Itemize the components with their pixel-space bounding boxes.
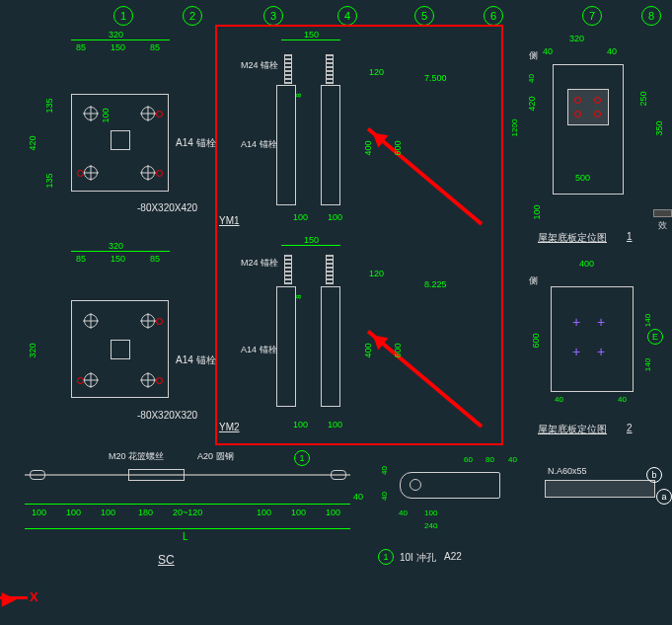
plus-icon: + bbox=[597, 344, 605, 359]
dim: 320 bbox=[569, 34, 584, 43]
dim: 100 bbox=[32, 508, 46, 517]
dim: 150 bbox=[111, 254, 125, 264]
dim: 20~120 bbox=[173, 508, 202, 517]
dim: 100 bbox=[532, 204, 542, 219]
grid-bubble-3: 3 bbox=[263, 6, 283, 26]
plate-a-anno: A14 锚栓 bbox=[176, 136, 216, 150]
dim-line bbox=[281, 245, 340, 246]
dim: 8 bbox=[294, 294, 303, 298]
dim: 600 bbox=[393, 140, 403, 155]
dim: 250 bbox=[638, 91, 648, 106]
ym2-channel-r bbox=[321, 286, 340, 407]
corner-tag: N.A60x55 bbox=[548, 466, 587, 476]
bolt-dot bbox=[594, 111, 601, 117]
plan1-tag: 侧 bbox=[529, 49, 538, 62]
ucs-x-label: X bbox=[30, 589, 38, 604]
grid-bubble-4: 4 bbox=[337, 6, 357, 26]
dim: 40 bbox=[508, 455, 517, 464]
mark-e: E bbox=[647, 329, 663, 345]
dim-line bbox=[71, 39, 170, 40]
dim: 40 bbox=[380, 466, 389, 475]
plan1-num: 1 bbox=[627, 231, 633, 242]
corner-a: a bbox=[656, 489, 672, 505]
detail-sub: A22 bbox=[444, 551, 462, 562]
dim: 320 bbox=[109, 30, 123, 39]
dim-line bbox=[281, 39, 340, 40]
plus-icon: + bbox=[597, 314, 605, 330]
bolt-hole bbox=[141, 107, 155, 120]
plan1-hatch bbox=[567, 89, 609, 125]
dim: 135 bbox=[44, 173, 54, 188]
anchor-dot bbox=[156, 111, 163, 117]
dim: 150 bbox=[111, 42, 125, 52]
anchor-dot bbox=[77, 170, 84, 177]
dim: 120 bbox=[369, 269, 384, 278]
dim: 100 bbox=[326, 508, 340, 517]
dim: 120 bbox=[369, 67, 384, 77]
plus-icon: + bbox=[572, 344, 580, 359]
sc-L: L bbox=[183, 531, 188, 542]
dim: 85 bbox=[150, 254, 160, 264]
dim: 100 bbox=[293, 212, 308, 222]
dim-line bbox=[25, 528, 350, 529]
ym2-channel-l bbox=[276, 286, 296, 407]
bolt-hole bbox=[84, 107, 98, 120]
side-tab[interactable]: 效 bbox=[653, 209, 672, 217]
dim: 85 bbox=[150, 42, 160, 52]
dim: 420 bbox=[527, 96, 537, 111]
clevis-l bbox=[30, 470, 45, 480]
dim: 350 bbox=[654, 120, 664, 135]
anchor-rod bbox=[326, 255, 334, 284]
plan2-tag: 侧 bbox=[529, 274, 538, 287]
clevis-r bbox=[331, 470, 346, 480]
anchor-dot bbox=[77, 377, 84, 384]
dim-line bbox=[71, 251, 170, 252]
dim: 40 bbox=[353, 492, 363, 502]
dim: 150 bbox=[304, 235, 319, 245]
sc-title: SC bbox=[158, 553, 175, 567]
anchor-dot bbox=[156, 377, 163, 384]
sc-bolt: M20 花篮螺丝 bbox=[109, 450, 164, 463]
grid-bubble-2: 2 bbox=[183, 6, 202, 26]
dim: 100 bbox=[66, 508, 81, 517]
plate-b-anno: A14 锚栓 bbox=[176, 353, 216, 367]
plan1-title: 屋架底板定位图 bbox=[538, 231, 607, 245]
ym2-anchor: A14 锚栓 bbox=[241, 344, 277, 356]
dim: 320 bbox=[109, 241, 123, 251]
plan2-num: 2 bbox=[627, 423, 633, 433]
sc-rod: A20 圆钢 bbox=[197, 450, 234, 463]
cad-canvas[interactable]: 1 2 3 4 5 6 7 8 320 85 150 85 135 420 13… bbox=[0, 0, 672, 625]
dim: 100 bbox=[328, 212, 342, 222]
plan2-title: 屋架底板定位图 bbox=[538, 423, 607, 436]
dim: 400 bbox=[363, 343, 373, 357]
ym1-bolt: M24 锚栓 bbox=[241, 59, 278, 72]
grid-bubble-7: 7 bbox=[582, 6, 602, 26]
dim: 100 bbox=[424, 508, 437, 517]
plate-a-center bbox=[111, 130, 130, 150]
dim: 80 bbox=[485, 455, 494, 464]
dim: 135 bbox=[44, 98, 54, 113]
dim: 40 bbox=[380, 492, 389, 501]
bolt-hole bbox=[141, 314, 155, 328]
dim: 600 bbox=[531, 333, 541, 348]
corner-bar bbox=[545, 480, 655, 498]
plan2-outer bbox=[551, 286, 634, 392]
dim: 40 bbox=[527, 74, 536, 83]
bolt-dot bbox=[594, 97, 601, 104]
dim: 600 bbox=[393, 343, 403, 357]
dim: 40 bbox=[543, 46, 553, 56]
dim: 100 bbox=[293, 420, 308, 430]
detail-ref: 1 bbox=[378, 549, 394, 565]
anchor-rod bbox=[284, 255, 292, 284]
selection-rect bbox=[215, 25, 503, 445]
bolt-hole bbox=[84, 314, 98, 328]
dim: 240 bbox=[424, 521, 437, 530]
ym1-level: 7.500 bbox=[424, 73, 447, 83]
sc-rod-line bbox=[25, 474, 350, 476]
dim: 40 bbox=[399, 508, 408, 517]
bolt-hole bbox=[84, 373, 98, 387]
anchor-dot bbox=[156, 318, 163, 325]
grid-bubble-6: 6 bbox=[484, 6, 503, 26]
dim: 85 bbox=[76, 254, 86, 264]
dim: 100 bbox=[257, 508, 271, 517]
